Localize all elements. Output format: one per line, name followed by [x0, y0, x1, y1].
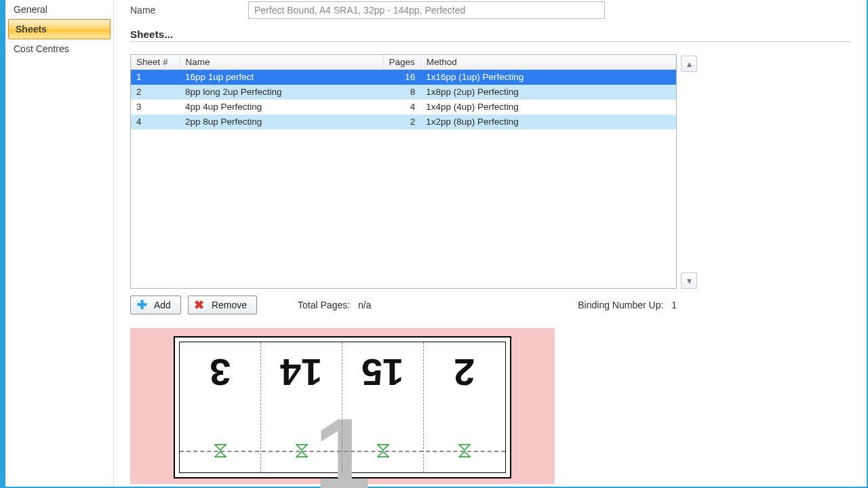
table-row[interactable]: 2 8pp long 2up Perfecting 8 1x8pp (2up) … [131, 85, 676, 100]
remove-button-label: Remove [212, 300, 247, 310]
add-button[interactable]: ✚ Add [130, 296, 181, 314]
binding-up-value: 1 [671, 300, 677, 310]
sidebar-item-cost-centres[interactable]: Cost Centres [5, 41, 113, 57]
impo-cell: 15 [342, 342, 424, 472]
total-pages: Total Pages: n/a [298, 300, 371, 310]
main-panel: Name Sheets... Sheet # Name Pages Method [114, 0, 867, 487]
move-down-button[interactable]: ▾ [681, 272, 697, 289]
imposition-sheet: 1 3 14 [174, 336, 511, 479]
binding-number-up: Binding Number Up: 1 [578, 300, 677, 310]
impo-cell: 3 [180, 342, 261, 472]
bookmark-down-icon: ▾ [687, 275, 692, 286]
table-row[interactable]: 3 4pp 4up Perfecting 4 1x4pp (4up) Perfe… [131, 100, 676, 115]
imposition-preview: 1 3 14 [130, 328, 555, 484]
impo-cell: 14 [261, 342, 342, 472]
impo-page-number: 15 [361, 350, 403, 394]
add-button-label: Add [154, 300, 171, 310]
sheets-table[interactable]: Sheet # Name Pages Method 1 16pp 1up per… [131, 55, 676, 129]
sheets-table-container: Sheet # Name Pages Method 1 16pp 1up per… [130, 54, 677, 289]
column-header-pages[interactable]: Pages [383, 55, 420, 70]
table-row[interactable]: 4 2pp 8up Perfecting 2 1x2pp (8up) Perfe… [131, 115, 676, 129]
impo-page-number: 3 [210, 350, 231, 394]
fold-line [180, 451, 505, 452]
table-row[interactable]: 1 16pp 1up perfect 16 1x16pp (1up) Perfe… [131, 70, 676, 85]
sidebar-item-general[interactable]: General [5, 1, 113, 18]
window-frame: General Sheets Cost Centres Name Sheets.… [0, 0, 868, 488]
impo-page-number: 2 [454, 350, 475, 394]
name-label: Name [130, 5, 232, 16]
impo-cell: 2 [424, 342, 505, 472]
impo-page-number: 14 [280, 350, 322, 394]
sidebar-nav: General Sheets Cost Centres [5, 0, 114, 487]
bookmark-up-icon: ▴ [687, 58, 692, 69]
name-input[interactable] [248, 1, 605, 19]
sidebar-item-sheets[interactable]: Sheets [8, 19, 111, 39]
binding-up-label: Binding Number Up: [578, 300, 663, 310]
move-up-button[interactable]: ▴ [681, 56, 697, 72]
sheets-section-header: Sheets... [130, 28, 850, 42]
plus-icon: ✚ [135, 298, 149, 312]
x-icon: ✖ [193, 298, 206, 312]
column-header-name[interactable]: Name [180, 55, 383, 70]
column-header-method[interactable]: Method [420, 55, 675, 70]
total-pages-label: Total Pages: [298, 300, 350, 310]
remove-button[interactable]: ✖ Remove [188, 296, 257, 314]
column-header-sheet[interactable]: Sheet # [131, 55, 180, 70]
total-pages-value: n/a [358, 300, 371, 310]
